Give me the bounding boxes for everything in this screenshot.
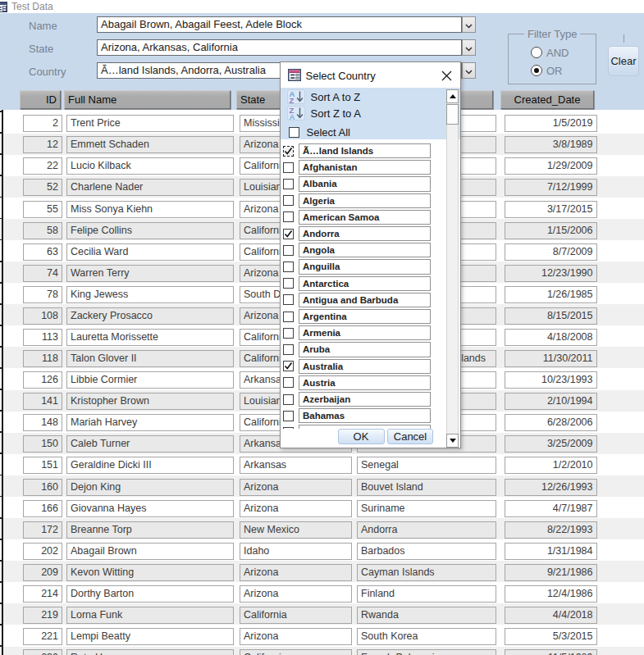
cell-id[interactable]: 151 <box>23 457 62 474</box>
cell-country[interactable]: Barbados <box>357 543 496 560</box>
country-item-label[interactable]: American Samoa <box>299 210 431 225</box>
country-item-label[interactable]: Antarctica <box>299 276 431 291</box>
cell-full-name[interactable]: Lauretta Morissette <box>66 329 234 346</box>
cell-id[interactable]: 214 <box>23 585 62 603</box>
cell-id[interactable]: 52 <box>23 179 62 196</box>
cell-created-date[interactable]: 12/4/1986 <box>505 585 597 603</box>
country-item-label[interactable]: Anguilla <box>299 259 431 274</box>
country-item-label[interactable]: Albania <box>299 176 431 191</box>
country-item-label[interactable]: Aruba <box>299 342 431 357</box>
cell-full-name[interactable]: Lorna Funk <box>66 607 234 624</box>
cell-country[interactable]: Bouvet Island <box>357 479 496 496</box>
cell-state[interactable]: Arizona <box>240 500 352 517</box>
cell-created-date[interactable]: 3/8/1989 <box>505 136 597 153</box>
country-item-label[interactable]: Antigua and Barbuda <box>299 293 431 307</box>
country-checkbox[interactable] <box>283 195 294 206</box>
cell-full-name[interactable]: Libbie Cormier <box>66 371 234 389</box>
select-all-checkbox[interactable] <box>289 127 299 138</box>
cell-full-name[interactable]: Emmett Schaden <box>66 136 234 153</box>
cell-id[interactable]: 126 <box>23 371 62 389</box>
country-checkbox[interactable] <box>283 361 294 371</box>
cell-full-name[interactable]: Lempi Beatty <box>66 628 234 645</box>
cell-id[interactable]: 209 <box>23 564 62 581</box>
scroll-down-button[interactable] <box>446 434 459 448</box>
sort-a-to-z-label[interactable]: Sort A to Z <box>311 91 361 103</box>
cell-full-name[interactable]: Reta Hoppe <box>66 649 234 655</box>
country-item-label[interactable]: Australia <box>299 359 431 374</box>
cell-created-date[interactable]: 1/5/2019 <box>505 115 597 132</box>
cell-id[interactable]: 172 <box>23 521 62 539</box>
cell-full-name[interactable]: Miss Sonya Kiehn <box>66 201 234 218</box>
cell-country[interactable]: Rwanda <box>357 607 496 624</box>
country-checkbox[interactable] <box>283 377 294 388</box>
country-checkbox[interactable] <box>283 162 294 173</box>
cell-state[interactable]: Arizona <box>240 564 352 581</box>
country-checkbox[interactable] <box>283 146 294 157</box>
cell-full-name[interactable]: Geraldine Dicki III <box>66 457 234 474</box>
country-item-label[interactable]: Armenia <box>299 325 431 340</box>
cell-created-date[interactable]: 1/15/2006 <box>505 222 597 239</box>
cell-full-name[interactable]: Caleb Turner <box>66 435 234 453</box>
cell-full-name[interactable]: Lucio Kilback <box>66 157 234 175</box>
cell-id[interactable]: 221 <box>23 628 62 645</box>
cell-id[interactable]: 108 <box>23 307 62 325</box>
cell-id[interactable]: 55 <box>23 201 62 218</box>
dialog-scrollbar[interactable] <box>446 89 459 446</box>
cell-id[interactable]: 2 <box>23 115 62 132</box>
cell-created-date[interactable]: 11/30/2011 <box>505 350 597 367</box>
cell-full-name[interactable]: Giovanna Hayes <box>66 500 234 517</box>
cell-created-date[interactable]: 4/7/1987 <box>505 500 597 517</box>
cell-created-date[interactable]: 1/29/2009 <box>505 157 597 175</box>
cell-country[interactable]: French Polynesia <box>357 649 496 655</box>
cell-full-name[interactable]: Zackery Prosacco <box>66 307 234 325</box>
cell-state[interactable]: Arizona <box>240 479 352 496</box>
cell-id[interactable]: 230 <box>23 649 62 655</box>
cell-state[interactable]: Arizona <box>240 628 352 645</box>
cell-full-name[interactable]: Talon Glover II <box>66 350 234 367</box>
close-icon[interactable] <box>440 69 454 83</box>
scroll-up-button[interactable] <box>446 89 459 103</box>
country-item-label[interactable]: Bahamas <box>299 408 431 423</box>
cell-created-date[interactable]: 12/26/1993 <box>505 479 597 496</box>
cell-state[interactable]: New Mexico <box>240 521 352 539</box>
cell-full-name[interactable]: Warren Terry <box>66 265 234 282</box>
cell-state[interactable]: California <box>240 607 352 624</box>
cell-state[interactable]: California <box>240 649 352 655</box>
sort-a-to-z-item[interactable]: A Z Sort A to Z <box>281 90 460 107</box>
country-item-label[interactable]: Argentina <box>299 309 431 324</box>
select-all-label[interactable]: Select All <box>307 126 350 139</box>
scrollbar-thumb[interactable] <box>446 104 459 125</box>
cell-id[interactable]: 58 <box>23 222 62 239</box>
column-header-full-name[interactable]: Full Name <box>64 90 231 109</box>
cell-country[interactable]: Suriname <box>357 500 496 517</box>
cell-full-name[interactable]: Dorthy Barton <box>66 585 234 603</box>
cell-created-date[interactable]: 5/3/2015 <box>505 628 597 645</box>
cell-full-name[interactable]: Breanne Torp <box>66 521 234 539</box>
cell-created-date[interactable]: 3/17/2015 <box>505 201 597 218</box>
country-item-label[interactable]: Ã…land Islands <box>299 143 431 158</box>
cell-full-name[interactable]: King Jewess <box>66 286 234 303</box>
cell-id[interactable]: 118 <box>23 350 62 367</box>
country-item-label[interactable]: Angola <box>299 243 431 257</box>
country-item-label[interactable]: Austria <box>299 375 431 390</box>
cell-created-date[interactable]: 4/4/2018 <box>505 607 597 624</box>
country-checkbox[interactable] <box>283 278 294 289</box>
cell-country[interactable]: Cayman Islands <box>357 564 496 581</box>
country-item-label[interactable]: Andorra <box>299 226 431 241</box>
country-item-label[interactable] <box>299 425 431 428</box>
country-checkbox[interactable] <box>283 212 294 222</box>
cell-id[interactable]: 148 <box>23 414 62 431</box>
cell-full-name[interactable]: Kevon Witting <box>66 564 234 581</box>
ok-button[interactable]: OK <box>338 429 385 444</box>
country-checkbox[interactable] <box>283 229 294 239</box>
cell-full-name[interactable]: Kristopher Brown <box>66 393 234 410</box>
cell-full-name[interactable]: Abagail Brown <box>66 543 234 560</box>
cell-id[interactable]: 141 <box>23 393 62 410</box>
column-header-id[interactable]: ID <box>20 90 61 109</box>
cell-created-date[interactable]: 10/23/1993 <box>505 371 597 389</box>
select-all-item[interactable]: Select All <box>289 126 350 139</box>
cell-id[interactable]: 63 <box>23 243 62 261</box>
country-checkbox[interactable] <box>283 427 294 429</box>
cell-created-date[interactable]: 1/2/2010 <box>505 457 597 474</box>
column-header-created-date[interactable]: Created_Date <box>500 90 594 109</box>
